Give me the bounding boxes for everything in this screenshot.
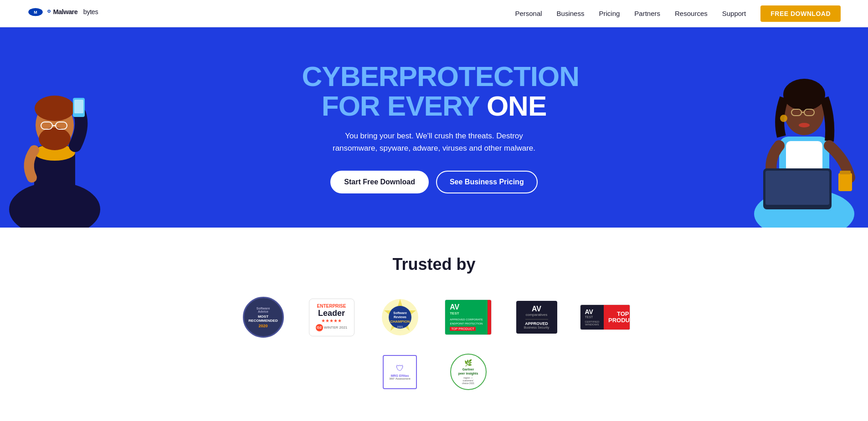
- see-business-pricing-button[interactable]: See Business Pricing: [436, 171, 538, 193]
- badge-gartner: 🌿 Gartnerpeer insights region —customers…: [443, 351, 493, 392]
- badge-av-test-endpoint: AV TEST APPROVED CORPORATEENDPOINT PROTE…: [443, 297, 493, 338]
- svg-point-27: [799, 123, 810, 127]
- start-download-button[interactable]: Start Free Download: [330, 171, 429, 193]
- svg-point-22: [783, 79, 825, 111]
- svg-text:M: M: [34, 10, 37, 15]
- nav-free-download-button[interactable]: FREE DOWNLOAD: [760, 5, 841, 22]
- nav-partners[interactable]: Partners: [634, 10, 660, 17]
- nav-links: Personal Business Pricing Partners Resou…: [515, 5, 841, 22]
- hero-title: CYBERPROTECTION FOR EVERY ONE: [302, 61, 566, 121]
- logo-icon: M: [27, 7, 44, 20]
- hero-left-illustration: [0, 55, 109, 228]
- trusted-title: Trusted by: [18, 255, 850, 274]
- svg-point-4: [48, 10, 50, 12]
- svg-rect-30: [838, 173, 852, 191]
- badge-software-advice: Software Advice MOST RECOMMENDED 2020: [238, 297, 288, 338]
- svg-text:2021: 2021: [397, 325, 403, 328]
- nav-business[interactable]: Business: [557, 10, 585, 17]
- badge-mrg: 🛡 MRG Effitas 360° Assessment: [375, 351, 425, 392]
- svg-point-12: [39, 127, 71, 150]
- badge-g2: ENTERPRISE Leader ★★★★★ G2 WINTER 2021: [307, 297, 357, 338]
- svg-text:Reviews: Reviews: [393, 315, 406, 319]
- logo[interactable]: M Malware bytes: [27, 6, 119, 21]
- svg-point-26: [780, 115, 787, 122]
- badge-software-reviews: Software Reviews CHAMPION 2021: [375, 297, 425, 338]
- svg-text:bytes: bytes: [83, 8, 98, 15]
- svg-point-2: [30, 9, 32, 11]
- nav-personal[interactable]: Personal: [515, 10, 542, 17]
- svg-rect-17: [74, 100, 83, 113]
- badges-row-1: Software Advice MOST RECOMMENDED 2020 EN…: [18, 297, 850, 338]
- badges-row-2: 🛡 MRG Effitas 360° Assessment 🌿 Gartnerp…: [18, 351, 850, 392]
- badge-av-test-top: AV TEST CERTIFIEDWINDOWS TOPPRODUCT: [580, 297, 630, 338]
- svg-rect-29: [765, 171, 829, 205]
- trusted-section: Trusted by Software Advice MOST RECOMMEN…: [0, 228, 868, 421]
- svg-point-11: [35, 96, 75, 121]
- navbar: M Malware bytes Personal Business Pricin…: [0, 0, 868, 27]
- svg-text:Malware: Malware: [53, 8, 77, 15]
- svg-text:CHAMPION: CHAMPION: [390, 320, 410, 324]
- svg-text:Software: Software: [393, 311, 407, 314]
- hero-right-illustration: [740, 46, 868, 228]
- svg-rect-31: [840, 171, 851, 174]
- hero-subtitle: You bring your best. We'll crush the thr…: [325, 130, 544, 154]
- nav-support[interactable]: Support: [722, 10, 746, 17]
- hero-content: CYBERPROTECTION FOR EVERY ONE You bring …: [293, 61, 575, 194]
- logo-text: Malware bytes: [46, 6, 119, 21]
- hero-buttons: Start Free Download See Business Pricing: [302, 171, 566, 193]
- nav-resources[interactable]: Resources: [675, 10, 708, 17]
- nav-pricing[interactable]: Pricing: [599, 10, 620, 17]
- hero-section: CYBERPROTECTION FOR EVERY ONE You bring …: [0, 27, 868, 228]
- badge-av-comparatives: AV comparatives APPROVED Business Securi…: [512, 297, 562, 338]
